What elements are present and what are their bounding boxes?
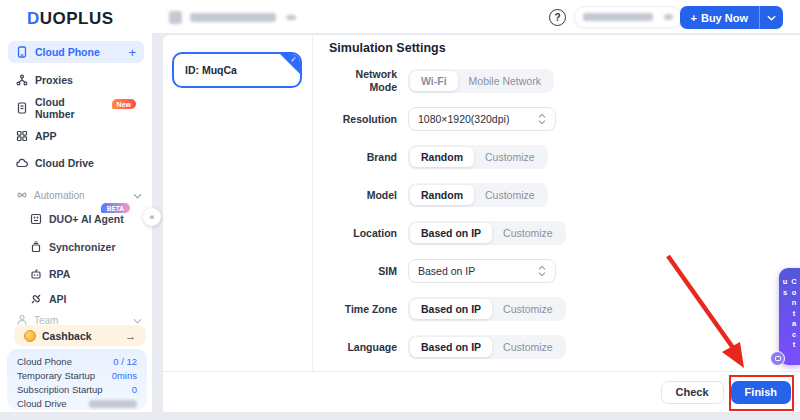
sidebar-item-label: API [49,293,67,305]
contact-us-label: Contact us [781,277,799,365]
device-list: ID: MuqCa ✓ [163,35,313,371]
chevron-down-icon [133,190,142,201]
cashback-banner[interactable]: Cashback → [14,325,146,346]
device-card-selected[interactable]: ID: MuqCa ✓ [172,52,302,88]
buy-now-button[interactable]: + Buy Now [680,6,784,29]
redacted-account-email [583,13,653,21]
row-sim: SIM Based on IP [329,259,800,283]
sidebar-item-label: RPA [49,268,70,280]
app-grid-icon [16,130,28,142]
contact-us-tab[interactable]: Contact us [779,268,800,365]
field-label: Language [329,341,397,354]
option-based-on-ip[interactable]: Based on IP [410,299,492,319]
field-label: Time Zone [329,303,397,316]
option-customize[interactable]: Customize [474,185,546,205]
automation-icon [16,189,28,201]
network-mode-segmented: Wi-Fi Mobile Network [408,69,554,93]
chevron-down-icon [664,14,673,20]
plus-icon: + [691,12,697,24]
stat-value: 0 / 12 [113,356,137,367]
sidebar-item-cloud-phone[interactable]: Cloud Phone + [8,41,144,63]
chat-bubble-icon[interactable] [770,351,785,366]
stat-cloud-phone: Cloud Phone 0 / 12 [17,355,137,367]
stat-label: Cloud Drive [17,398,67,409]
usage-stats-panel: Cloud Phone 0 / 12 Temporary Startup 0mi… [7,349,147,410]
sidebar-item-app[interactable]: APP [8,125,144,147]
footer-actions: Check Finish [163,371,800,412]
sidebar-item-label: Synchronizer [49,241,116,253]
sidebar-section-automation[interactable]: Automation [16,187,142,203]
page-title: Simulation Settings [329,41,800,55]
tab-favicon [169,11,182,24]
section-label: Team [34,315,58,326]
option-random[interactable]: Random [410,147,474,167]
redacted-tab-title[interactable] [190,13,276,22]
field-label: Model [329,189,397,202]
proxies-icon [16,74,28,86]
language-segmented: Based on IP Customize [408,335,566,359]
brand-segmented: Random Customize [408,145,548,169]
row-model: Model Random Customize [329,183,800,207]
option-based-on-ip[interactable]: Based on IP [410,223,492,243]
sidebar-item-synchronizer[interactable]: Synchronizer [30,238,144,256]
chevron-down-icon [133,315,142,326]
sim-select[interactable]: Based on IP [408,259,556,283]
option-customize[interactable]: Customize [492,337,564,357]
top-bar: ? + Buy Now [152,0,800,34]
model-segmented: Random Customize [408,183,548,207]
row-resolution: Resolution 1080×1920(320dpi) [329,107,800,131]
finish-button[interactable]: Finish [731,381,791,404]
option-wifi[interactable]: Wi-Fi [410,71,458,91]
option-random[interactable]: Random [410,185,474,205]
option-customize[interactable]: Customize [492,223,564,243]
resolution-select[interactable]: 1080×1920(320dpi) [408,107,556,131]
help-icon[interactable]: ? [549,9,566,26]
option-customize[interactable]: Customize [474,147,546,167]
select-updown-icon [538,113,546,125]
add-cloud-phone-button[interactable]: + [128,45,136,60]
field-label: Network Mode [329,68,397,93]
arrow-right-icon: → [125,330,136,342]
synchronizer-icon [30,241,42,253]
field-label: SIM [329,265,397,278]
select-updown-icon [538,265,546,277]
stat-value: 0mins [112,370,137,381]
option-mobile-network[interactable]: Mobile Network [458,71,552,91]
option-based-on-ip[interactable]: Based on IP [410,337,492,357]
sidebar-item-cloud-number[interactable]: Cloud Number New [8,97,144,119]
sidebar-item-duo-ai-agent[interactable]: DUO+ AI Agent BETA [30,210,144,228]
check-button[interactable]: Check [661,381,724,404]
check-icon: ✓ [290,55,297,64]
sidebar-item-rpa[interactable]: RPA [30,265,144,283]
resolution-value: 1080×1920(320dpi) [418,113,509,125]
sidebar-item-proxies[interactable]: Proxies [8,69,144,91]
sim-value: Based on IP [418,265,475,277]
duoplus-logo: DUOPLUS [27,9,114,29]
time-zone-segmented: Based on IP Customize [408,297,566,321]
buy-now-label: Buy Now [701,12,748,24]
row-location: Location Based on IP Customize [329,221,800,245]
cloud-number-icon [16,102,28,114]
redacted-value [89,400,137,408]
coin-icon [24,330,36,342]
stat-temporary-startup: Temporary Startup 0mins [17,369,137,381]
row-network-mode: Network Mode Wi-Fi Mobile Network [329,68,800,93]
stat-label: Subscription Startup [17,384,103,395]
beta-badge: BETA [101,203,130,213]
field-label: Brand [329,151,397,164]
sidebar-item-label: Cloud Number [35,96,103,120]
account-menu[interactable] [574,6,682,28]
sidebar-item-cloud-drive[interactable]: Cloud Drive [8,152,144,174]
row-time-zone: Time Zone Based on IP Customize [329,297,800,321]
sidebar-item-label: Proxies [35,74,73,86]
buy-now-dropdown-caret[interactable] [760,6,783,29]
section-label: Automation [34,190,85,201]
option-customize[interactable]: Customize [492,299,564,319]
row-language: Language Based on IP Customize [329,335,800,359]
sidebar-item-api[interactable]: API [30,290,144,308]
simulation-settings-form: Simulation Settings Network Mode Wi-Fi M… [314,35,800,371]
sidebar-item-label: DUO+ AI Agent [49,213,124,225]
ai-agent-icon [30,213,42,225]
sidebar-collapse-button[interactable]: « [143,208,161,226]
api-icon [30,293,42,305]
